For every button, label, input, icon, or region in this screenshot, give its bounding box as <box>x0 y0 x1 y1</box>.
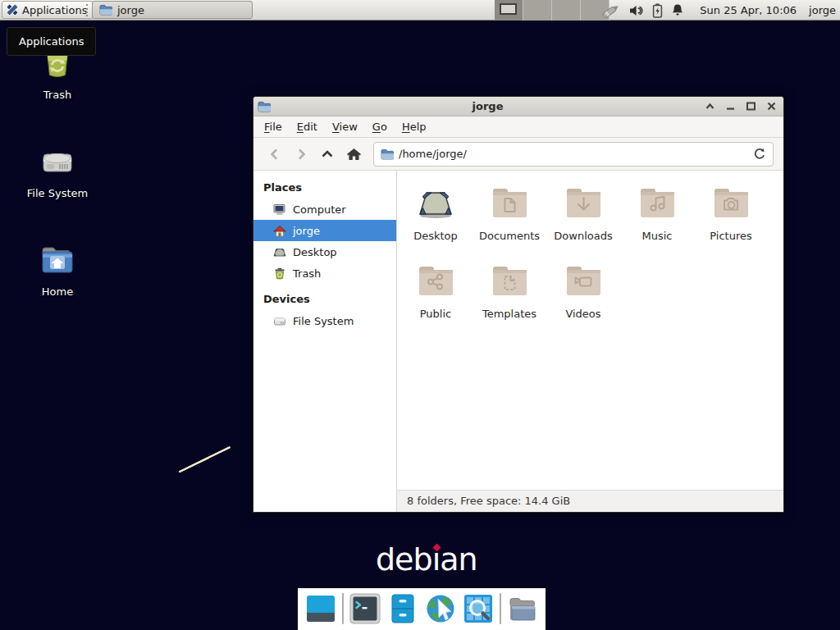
file-manager-window: jorge File Edit View Go Help <box>253 96 784 513</box>
terminal-icon[interactable] <box>349 592 381 625</box>
shade-button[interactable] <box>705 102 715 111</box>
panel-right-area: Sun 25 Apr, 10:06 jorge <box>601 0 840 21</box>
folder-pictures-icon <box>711 184 751 223</box>
file-item-videos[interactable]: Videos <box>546 262 620 320</box>
folder-documents-icon <box>490 184 529 223</box>
volume-icon[interactable] <box>629 4 644 17</box>
workspace-switcher[interactable] <box>495 0 609 21</box>
stylus-tray-icon[interactable] <box>601 3 621 18</box>
debian-text: deb <box>376 541 432 578</box>
launcher-dock <box>298 588 546 630</box>
battery-charging-icon[interactable] <box>652 3 663 18</box>
menu-help[interactable]: Help <box>395 116 434 137</box>
hard-drive-icon <box>38 141 77 183</box>
sidebar-item-file-system[interactable]: File System <box>253 310 396 331</box>
workspace-3[interactable] <box>552 0 581 21</box>
panel-grip-handle[interactable] <box>86 4 89 16</box>
file-item-templates[interactable]: Templates <box>472 262 546 320</box>
sidebar-item-jorge[interactable]: jorge <box>253 220 396 241</box>
minimize-button[interactable] <box>725 102 736 111</box>
folder-icon <box>381 148 394 160</box>
trash-icon <box>273 267 286 280</box>
app-finder-icon[interactable] <box>462 592 495 625</box>
top-panel: Applications jorge <box>0 0 840 21</box>
file-item-downloads[interactable]: Downloads <box>546 184 620 242</box>
tooltip-text: Applications <box>19 35 84 48</box>
clock[interactable]: Sun 25 Apr, 10:06 <box>700 4 797 16</box>
stray-line-mark <box>178 445 231 472</box>
desktop-icon-label: Trash <box>18 89 97 101</box>
applications-tooltip: Applications <box>7 27 96 56</box>
file-item-documents[interactable]: Documents <box>472 184 546 242</box>
folder-public-icon <box>416 262 455 301</box>
desktop-icon-label: File System <box>18 187 97 199</box>
window-app-icon <box>258 101 271 112</box>
statusbar-text: 8 folders, Free space: 14.4 GiB <box>407 495 570 507</box>
file-item-public[interactable]: Public <box>399 262 472 320</box>
file-label: Documents <box>479 230 540 242</box>
statusbar: 8 folders, Free space: 14.4 GiB <box>397 490 783 512</box>
file-label: Downloads <box>554 230 612 242</box>
file-label: Pictures <box>710 230 751 242</box>
sidebar-item-label: jorge <box>293 225 320 237</box>
reload-icon[interactable] <box>753 148 766 161</box>
file-label: Desktop <box>413 230 458 242</box>
maximize-button[interactable] <box>746 102 756 111</box>
menu-file[interactable]: File <box>257 116 290 137</box>
show-desktop-icon[interactable] <box>304 592 337 625</box>
location-bar[interactable] <box>373 142 774 167</box>
drive-icon <box>273 315 286 327</box>
location-input[interactable] <box>399 148 748 160</box>
taskbar-window-button[interactable]: jorge <box>92 1 253 19</box>
folder-icon <box>99 4 112 16</box>
home-icon <box>273 225 286 237</box>
file-item-desktop[interactable]: Desktop <box>399 184 472 242</box>
workspace-2[interactable] <box>523 0 552 21</box>
places-header: Places <box>253 177 396 199</box>
debian-wordmark: debıan <box>376 541 477 578</box>
sidebar-item-computer[interactable]: Computer <box>253 199 396 220</box>
directory-menu-icon[interactable] <box>506 592 539 625</box>
file-item-pictures[interactable]: Pictures <box>694 184 768 242</box>
workspace-1[interactable] <box>495 0 523 21</box>
xfce-logo-icon <box>6 3 19 16</box>
notifications-bell-icon[interactable] <box>671 3 684 17</box>
sidebar-item-label: File System <box>293 315 354 327</box>
menubar: File Edit View Go Help <box>253 116 783 138</box>
web-browser-icon[interactable] <box>424 592 457 625</box>
menu-go[interactable]: Go <box>365 116 395 137</box>
file-item-music[interactable]: Music <box>620 184 694 242</box>
sidebar-item-desktop[interactable]: Desktop <box>253 241 396 262</box>
file-label: Videos <box>565 308 600 320</box>
home-button[interactable] <box>340 142 367 167</box>
file-label: Public <box>420 308 451 320</box>
applications-menu-label: Applications <box>22 4 87 16</box>
back-button[interactable] <box>262 142 288 167</box>
close-button[interactable] <box>766 102 777 111</box>
file-list[interactable]: Desktop Documents <box>397 171 783 490</box>
window-titlebar[interactable]: jorge <box>253 97 783 116</box>
desktop-icon-label: Home <box>18 285 97 298</box>
computer-icon <box>273 203 286 216</box>
file-cabinet-icon[interactable] <box>386 592 419 625</box>
forward-button[interactable] <box>288 142 314 167</box>
menu-view[interactable]: View <box>325 116 365 137</box>
applications-menu-button[interactable]: Applications <box>2 1 94 19</box>
file-label: Templates <box>482 308 536 320</box>
desktop-pad-icon <box>416 184 455 223</box>
sidebar-item-label: Computer <box>293 203 346 216</box>
window-title: jorge <box>271 100 705 112</box>
up-button[interactable] <box>314 142 340 167</box>
desktop-icon-home[interactable]: Home <box>18 240 97 298</box>
file-label: Music <box>642 230 673 242</box>
sidebar-item-label: Desktop <box>293 246 337 258</box>
desktop-icon-file-system[interactable]: File System <box>18 141 97 199</box>
username-label[interactable]: jorge <box>809 4 836 16</box>
sidebar-item-trash[interactable]: Trash <box>253 262 396 284</box>
toolbar <box>253 138 783 171</box>
folder-downloads-icon <box>564 184 603 223</box>
system-tray <box>601 3 684 18</box>
desktop-icon <box>273 246 286 258</box>
places-sidebar: Places Computer <box>253 171 397 512</box>
menu-edit[interactable]: Edit <box>290 116 325 137</box>
